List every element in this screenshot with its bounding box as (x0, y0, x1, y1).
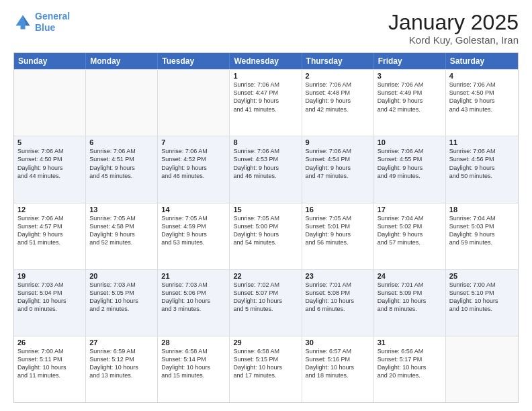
calendar-cell: 6Sunrise: 7:06 AM Sunset: 4:51 PM Daylig… (86, 136, 158, 202)
calendar-cell: 12Sunrise: 7:06 AM Sunset: 4:57 PM Dayli… (14, 203, 86, 269)
day-number: 10 (378, 138, 442, 146)
title-block: January 2025 Kord Kuy, Golestan, Iran (388, 11, 519, 46)
day-number: 16 (306, 205, 370, 214)
day-number: 15 (233, 205, 298, 214)
day-number: 28 (161, 338, 226, 347)
cell-info: Sunrise: 6:56 AM Sunset: 5:17 PM Dayligh… (378, 347, 442, 380)
cell-info: Sunrise: 7:00 AM Sunset: 5:11 PM Dayligh… (17, 347, 82, 380)
calendar-cell: 25Sunrise: 7:00 AM Sunset: 5:10 PM Dayli… (446, 270, 518, 336)
cell-info: Sunrise: 7:06 AM Sunset: 4:51 PM Dayligh… (89, 147, 154, 180)
day-number: 20 (89, 272, 154, 280)
cell-info: Sunrise: 7:05 AM Sunset: 4:58 PM Dayligh… (89, 214, 154, 247)
calendar-cell: 27Sunrise: 6:59 AM Sunset: 5:12 PM Dayli… (86, 336, 158, 402)
day-number: 25 (449, 272, 515, 280)
calendar-cell: 21Sunrise: 7:03 AM Sunset: 5:06 PM Dayli… (158, 270, 230, 336)
day-number: 8 (233, 138, 298, 146)
calendar-cell (86, 70, 158, 136)
calendar-cell: 17Sunrise: 7:04 AM Sunset: 5:02 PM Dayli… (374, 203, 446, 269)
calendar-cell: 4Sunrise: 7:06 AM Sunset: 4:50 PM Daylig… (446, 70, 518, 136)
calendar-cell: 8Sunrise: 7:06 AM Sunset: 4:53 PM Daylig… (230, 136, 302, 202)
header: General Blue January 2025 Kord Kuy, Gole… (13, 11, 519, 46)
cell-info: Sunrise: 7:01 AM Sunset: 5:09 PM Dayligh… (378, 281, 442, 314)
cell-info: Sunrise: 7:06 AM Sunset: 4:50 PM Dayligh… (17, 147, 82, 180)
calendar-cell: 30Sunrise: 6:57 AM Sunset: 5:16 PM Dayli… (302, 336, 374, 402)
day-number: 6 (89, 138, 154, 146)
day-number: 27 (89, 338, 154, 347)
calendar-cell: 5Sunrise: 7:06 AM Sunset: 4:50 PM Daylig… (14, 136, 86, 202)
cell-info: Sunrise: 7:06 AM Sunset: 4:48 PM Dayligh… (306, 81, 370, 113)
day-number: 11 (449, 138, 515, 146)
header-day-thursday: Thursday (302, 53, 374, 69)
day-number: 31 (378, 338, 442, 347)
cell-info: Sunrise: 7:05 AM Sunset: 5:01 PM Dayligh… (306, 214, 370, 247)
calendar-body: 1Sunrise: 7:06 AM Sunset: 4:47 PM Daylig… (14, 69, 518, 402)
header-day-monday: Monday (86, 53, 158, 69)
logo: General Blue (13, 11, 70, 34)
cell-info: Sunrise: 7:06 AM Sunset: 4:56 PM Dayligh… (449, 147, 515, 180)
day-number: 1 (233, 72, 298, 80)
day-number: 14 (161, 205, 226, 214)
calendar-cell: 18Sunrise: 7:04 AM Sunset: 5:03 PM Dayli… (446, 203, 518, 269)
svg-marker-0 (16, 15, 30, 29)
calendar-cell: 22Sunrise: 7:02 AM Sunset: 5:07 PM Dayli… (230, 270, 302, 336)
calendar-cell: 2Sunrise: 7:06 AM Sunset: 4:48 PM Daylig… (302, 70, 374, 136)
day-number: 13 (89, 205, 154, 214)
calendar-cell: 28Sunrise: 6:58 AM Sunset: 5:14 PM Dayli… (158, 336, 230, 402)
cell-info: Sunrise: 7:06 AM Sunset: 4:57 PM Dayligh… (17, 214, 82, 247)
cell-info: Sunrise: 6:58 AM Sunset: 5:15 PM Dayligh… (233, 347, 298, 380)
day-number: 22 (233, 272, 298, 280)
header-day-tuesday: Tuesday (158, 53, 230, 69)
calendar-row-5: 26Sunrise: 7:00 AM Sunset: 5:11 PM Dayli… (14, 336, 518, 402)
calendar-cell: 26Sunrise: 7:00 AM Sunset: 5:11 PM Dayli… (14, 336, 86, 402)
calendar-cell (14, 70, 86, 136)
cell-info: Sunrise: 7:06 AM Sunset: 4:53 PM Dayligh… (233, 147, 298, 180)
day-number: 26 (17, 338, 82, 347)
cell-info: Sunrise: 7:03 AM Sunset: 5:05 PM Dayligh… (89, 281, 154, 314)
calendar-cell: 10Sunrise: 7:06 AM Sunset: 4:55 PM Dayli… (374, 136, 446, 202)
calendar-row-4: 19Sunrise: 7:03 AM Sunset: 5:04 PM Dayli… (14, 269, 518, 336)
cell-info: Sunrise: 7:02 AM Sunset: 5:07 PM Dayligh… (233, 281, 298, 314)
calendar-cell: 20Sunrise: 7:03 AM Sunset: 5:05 PM Dayli… (86, 270, 158, 336)
day-number: 12 (17, 205, 82, 214)
day-number: 21 (161, 272, 226, 280)
calendar: SundayMondayTuesdayWednesdayThursdayFrid… (13, 52, 519, 403)
day-number: 23 (306, 272, 370, 280)
day-number: 18 (449, 205, 515, 214)
calendar-row-1: 1Sunrise: 7:06 AM Sunset: 4:47 PM Daylig… (14, 69, 518, 136)
calendar-cell: 31Sunrise: 6:56 AM Sunset: 5:17 PM Dayli… (374, 336, 446, 402)
calendar-cell: 16Sunrise: 7:05 AM Sunset: 5:01 PM Dayli… (302, 203, 374, 269)
calendar-cell: 13Sunrise: 7:05 AM Sunset: 4:58 PM Dayli… (86, 203, 158, 269)
calendar-cell: 3Sunrise: 7:06 AM Sunset: 4:49 PM Daylig… (374, 70, 446, 136)
calendar-subtitle: Kord Kuy, Golestan, Iran (388, 34, 519, 46)
calendar-cell (446, 336, 518, 402)
calendar-cell: 15Sunrise: 7:05 AM Sunset: 5:00 PM Dayli… (230, 203, 302, 269)
header-day-friday: Friday (374, 53, 446, 69)
cell-info: Sunrise: 7:06 AM Sunset: 4:54 PM Dayligh… (306, 147, 370, 180)
cell-info: Sunrise: 7:03 AM Sunset: 5:06 PM Dayligh… (161, 281, 226, 314)
cell-info: Sunrise: 7:04 AM Sunset: 5:02 PM Dayligh… (378, 214, 442, 247)
day-number: 2 (306, 72, 370, 80)
day-number: 3 (378, 72, 442, 80)
calendar-cell: 9Sunrise: 7:06 AM Sunset: 4:54 PM Daylig… (302, 136, 374, 202)
calendar-cell: 24Sunrise: 7:01 AM Sunset: 5:09 PM Dayli… (374, 270, 446, 336)
day-number: 4 (449, 72, 515, 80)
day-number: 29 (233, 338, 298, 347)
cell-info: Sunrise: 7:06 AM Sunset: 4:50 PM Dayligh… (449, 81, 515, 113)
calendar-title: January 2025 (388, 11, 519, 34)
cell-info: Sunrise: 6:57 AM Sunset: 5:16 PM Dayligh… (306, 347, 370, 380)
calendar-cell (158, 70, 230, 136)
cell-info: Sunrise: 6:59 AM Sunset: 5:12 PM Dayligh… (89, 347, 154, 380)
calendar-cell: 14Sunrise: 7:05 AM Sunset: 4:59 PM Dayli… (158, 203, 230, 269)
calendar-cell: 11Sunrise: 7:06 AM Sunset: 4:56 PM Dayli… (446, 136, 518, 202)
cell-info: Sunrise: 7:05 AM Sunset: 5:00 PM Dayligh… (233, 214, 298, 247)
calendar-cell: 1Sunrise: 7:06 AM Sunset: 4:47 PM Daylig… (230, 70, 302, 136)
calendar-cell: 7Sunrise: 7:06 AM Sunset: 4:52 PM Daylig… (158, 136, 230, 202)
header-day-sunday: Sunday (14, 53, 86, 69)
logo-icon (13, 13, 32, 32)
calendar-cell: 19Sunrise: 7:03 AM Sunset: 5:04 PM Dayli… (14, 270, 86, 336)
day-number: 7 (161, 138, 226, 146)
day-number: 17 (378, 205, 442, 214)
day-number: 19 (17, 272, 82, 280)
cell-info: Sunrise: 7:05 AM Sunset: 4:59 PM Dayligh… (161, 214, 226, 247)
cell-info: Sunrise: 6:58 AM Sunset: 5:14 PM Dayligh… (161, 347, 226, 380)
